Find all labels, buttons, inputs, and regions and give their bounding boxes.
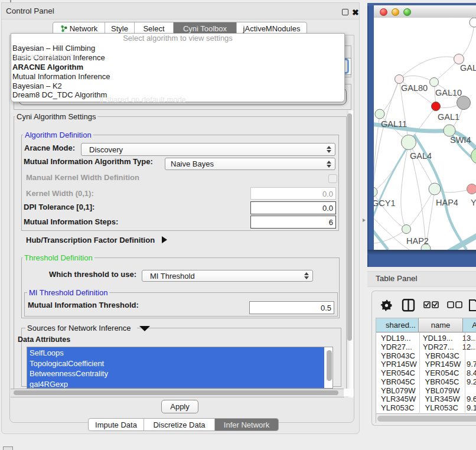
svg-text:HAP4: HAP4 <box>436 198 458 207</box>
svg-text:GAL4: GAL4 <box>410 151 432 161</box>
svg-text:HAP2: HAP2 <box>406 236 429 246</box>
svg-text:GCY1: GCY1 <box>374 198 396 208</box>
svg-text:GAL11: GAL11 <box>381 119 407 129</box>
svg-text:GAL80: GAL80 <box>401 83 428 93</box>
svg-text:GAL: GAL <box>460 63 476 73</box>
svg-text:GAL1: GAL1 <box>438 112 459 122</box>
svg-text:SWI4: SWI4 <box>450 135 471 145</box>
svg-text:Y: Y <box>471 198 476 207</box>
svg-text:GAL10: GAL10 <box>435 88 462 97</box>
